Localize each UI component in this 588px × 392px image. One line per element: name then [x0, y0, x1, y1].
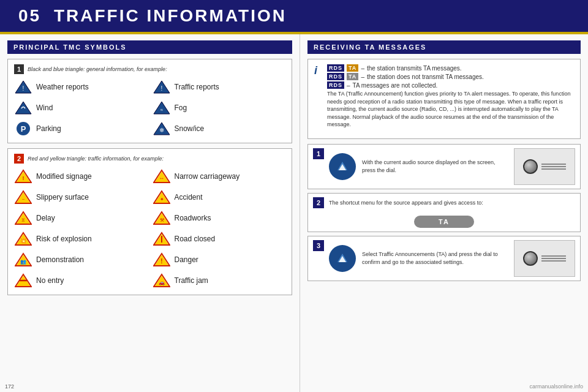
list-item: ! Modified signage — [14, 167, 148, 186]
rds-row-2: RDS TA – the station does not transmit T… — [327, 73, 574, 80]
delay-label: Delay — [36, 214, 55, 222]
step-num-2: 2 — [313, 197, 324, 208]
tmc-box-1: 1 Black and blue triangle: general infor… — [7, 59, 292, 143]
svg-text:⧖: ⧖ — [21, 217, 25, 223]
list-item: ⧖ Delay — [14, 209, 148, 227]
rds-badge-1: RDS — [327, 64, 344, 72]
rds-text-2: the station does not transmit TA message… — [367, 74, 484, 80]
ta-pill-label: TA — [439, 218, 450, 225]
list-item: ! Danger — [153, 251, 286, 269]
rds-text-1: the station transmits TA messages. — [367, 65, 462, 72]
display-line — [541, 258, 566, 259]
list-item: ! Weather reports — [14, 78, 148, 96]
red-triangle-icon: ⧖ — [14, 210, 32, 226]
red-triangle-icon: ↔ — [153, 168, 171, 184]
blue-triangle-icon: ! — [153, 79, 171, 95]
rds-dash-1: – — [361, 65, 364, 72]
display-line — [541, 166, 566, 167]
road-closed-label: Road closed — [175, 235, 216, 243]
list-item: Road closed — [153, 230, 286, 248]
right-section-title: RECEIVING TA MESSAGES — [307, 40, 581, 54]
rds-info-box: i RDS TA – the station transmits TA mess… — [307, 59, 581, 139]
list-item: ❄ Snow/ice — [153, 119, 286, 138]
list-item: 👥 Demonstration — [14, 251, 148, 269]
info-icon: i — [314, 64, 317, 134]
blue-snow-icon: ❄ — [153, 121, 171, 137]
demonstration-label: Demonstration — [36, 255, 84, 264]
red-triangle-icon: ! — [14, 168, 32, 184]
dial-arrow-button-3[interactable] — [329, 245, 356, 272]
svg-text:❄: ❄ — [159, 127, 164, 134]
svg-text:~: ~ — [22, 197, 25, 202]
svg-text:⚒: ⚒ — [159, 217, 164, 223]
box1-icon-grid: ! Weather reports ! Traffic reports Wind — [14, 78, 285, 138]
box-label-1: Black and blue triangle: general informa… — [28, 66, 167, 72]
list-item: 💥 Risk of explosion — [14, 230, 148, 248]
display-lines-3 — [541, 255, 566, 262]
slippery-surface-label: Slippery surface — [36, 193, 89, 202]
dial-knob-3 — [523, 251, 538, 266]
list-item: ≈ Fog — [153, 99, 286, 117]
step-3-content: Select Traffic Announcements (TA) and pr… — [329, 240, 575, 277]
blue-triangle-icon: ! — [14, 79, 32, 95]
weather-reports-label: Weather reports — [36, 83, 89, 91]
left-section-title: PRINCIPAL TMC SYMBOLS — [7, 40, 292, 54]
display-line — [541, 164, 566, 165]
snow-ice-label: Snow/ice — [175, 124, 205, 133]
tmc-box-2: 2 Red and yellow triangle: traffic infor… — [7, 148, 292, 295]
traffic-jam-label: Traffic jam — [175, 276, 208, 285]
svg-marker-4 — [15, 102, 31, 114]
risk-explosion-label: Risk of explosion — [36, 235, 92, 243]
accident-label: Accident — [175, 193, 203, 202]
list-item: 🚗 Traffic jam — [153, 271, 286, 290]
step-num-3: 3 — [313, 240, 324, 251]
blue-p-icon: P — [14, 121, 32, 137]
svg-text:≈: ≈ — [160, 107, 163, 113]
rds-row-3: RDS – TA messages are not collected. — [327, 81, 574, 89]
svg-text:💥: 💥 — [20, 238, 26, 244]
step-box-1: 1 With the current audio source displaye… — [307, 144, 581, 189]
step-num-1: 1 — [313, 148, 324, 159]
red-triangle-icon: 🚗 — [153, 273, 171, 288]
page-title: TRAFFIC INFORMATION — [54, 6, 287, 25]
box-num-2: 2 — [14, 154, 24, 164]
rds-badge-3: RDS — [327, 81, 344, 89]
no-entry-label: No entry — [36, 276, 64, 285]
page-header: 05 TRAFFIC INFORMATION — [0, 0, 588, 34]
red-triangle-icon — [153, 231, 171, 247]
ta-badge-1: TA — [347, 64, 358, 72]
watermark: carmanualsonline.info — [529, 383, 583, 390]
blue-triangle-icon — [14, 100, 32, 116]
display-lines-1 — [541, 164, 566, 170]
fog-label: Fog — [175, 104, 187, 112]
step-box-2: 2 The shortcut menu for the source appea… — [307, 193, 581, 232]
list-item: ✦ Accident — [153, 188, 286, 206]
svg-text:🚗: 🚗 — [159, 279, 165, 285]
red-triangle-icon: 💥 — [14, 231, 32, 247]
page-number: 172 — [5, 383, 14, 390]
rds-badge-2: RDS — [327, 73, 344, 80]
svg-text:!: ! — [23, 85, 24, 92]
svg-text:!: ! — [160, 258, 162, 265]
list-item: ↔ Narrow carriageway — [153, 167, 286, 186]
red-triangle-icon: ~ — [14, 189, 32, 205]
display-line — [541, 260, 566, 262]
red-triangle-icon: ⚒ — [153, 210, 171, 226]
red-triangle-icon: ✦ — [153, 189, 171, 205]
svg-text:↔: ↔ — [159, 175, 164, 181]
list-item: Wind — [14, 99, 148, 117]
ta-menu-pill[interactable]: TA — [414, 216, 474, 228]
dial-knob-1 — [523, 159, 538, 174]
rds-dash-2: – — [361, 74, 364, 80]
box2-icon-grid: ! Modified signage ↔ Narrow carriageway … — [14, 167, 285, 290]
narrow-carriageway-label: Narrow carriageway — [175, 172, 240, 181]
svg-text:!: ! — [23, 175, 24, 181]
rds-text-3: TA messages are not collected. — [353, 82, 438, 89]
list-item: ! Traffic reports — [153, 78, 286, 96]
step-1-content: With the current audio source displayed … — [329, 148, 575, 185]
list-item: ~ Slippery surface — [14, 188, 148, 206]
modified-signage-label: Modified signage — [36, 172, 92, 181]
dial-arrow-button-1[interactable] — [329, 153, 356, 180]
list-item: P Parking — [14, 119, 148, 138]
list-item: ⚒ Roadworks — [153, 209, 286, 227]
